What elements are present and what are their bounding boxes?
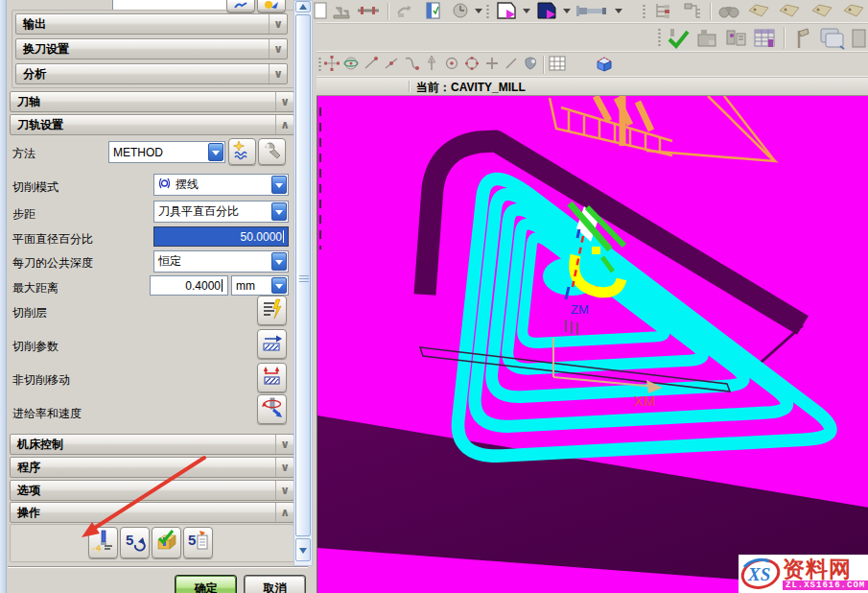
quadrant-point-icon[interactable] bbox=[462, 53, 481, 74]
edit-method-button[interactable] bbox=[258, 138, 286, 165]
transform-icon[interactable] bbox=[393, 0, 416, 21]
partial-icon[interactable] bbox=[850, 27, 867, 50]
scrollbar-thumb[interactable] bbox=[295, 14, 311, 536]
toolbar-grip[interactable] bbox=[318, 57, 321, 73]
end-point-icon[interactable] bbox=[362, 53, 381, 74]
center-point-icon[interactable] bbox=[442, 53, 461, 74]
max-distance-input[interactable]: 0.4000 bbox=[150, 275, 228, 296]
scroll-down-button[interactable] bbox=[295, 538, 311, 561]
replay-button[interactable]: 5 bbox=[120, 527, 150, 558]
curve-point-icon[interactable] bbox=[402, 53, 421, 74]
max-distance-unit-combo[interactable]: mm bbox=[231, 275, 289, 296]
dropdown-arrow-icon[interactable] bbox=[473, 0, 484, 21]
tag1-icon[interactable] bbox=[744, 0, 773, 21]
common-depth-combo[interactable]: 恒定 bbox=[153, 250, 289, 273]
section-output[interactable]: 输出 ∨ bbox=[15, 13, 288, 35]
clock-icon[interactable] bbox=[449, 0, 472, 21]
chevron-down-icon[interactable] bbox=[271, 176, 287, 194]
tag4-icon[interactable] bbox=[839, 0, 868, 21]
machine-tool-icon[interactable] bbox=[330, 0, 353, 21]
dropdown-arrow-icon[interactable] bbox=[614, 0, 623, 21]
cut-levels-button[interactable] bbox=[257, 296, 287, 325]
layered-windows-icon[interactable] bbox=[818, 27, 847, 50]
cancel-button[interactable]: 取消 bbox=[245, 576, 305, 593]
tool-rail-icon[interactable] bbox=[357, 0, 380, 21]
section-options[interactable]: 选项 ∨ bbox=[10, 480, 294, 501]
chevron-up-icon[interactable]: ∧ bbox=[275, 115, 293, 134]
section-actions[interactable]: 操作 ∧ bbox=[10, 502, 294, 523]
section-program[interactable]: 程序 ∨ bbox=[10, 457, 294, 478]
section-label: 机床控制 bbox=[11, 437, 275, 453]
cart-icon[interactable] bbox=[723, 27, 750, 50]
chevron-down-icon[interactable]: ∨ bbox=[275, 481, 293, 500]
chevron-down-icon[interactable] bbox=[271, 252, 287, 271]
grid-icon[interactable] bbox=[547, 53, 568, 74]
plus-point-icon[interactable] bbox=[482, 53, 502, 74]
method-value: METHOD bbox=[109, 146, 163, 159]
line-point-icon[interactable] bbox=[502, 53, 521, 74]
chevron-down-icon[interactable] bbox=[208, 143, 223, 161]
verify-icon bbox=[154, 529, 178, 557]
binoculars-icon[interactable] bbox=[716, 0, 742, 21]
table-icon[interactable] bbox=[752, 27, 779, 50]
flat-diameter-input[interactable]: 50.0000 bbox=[153, 226, 289, 247]
point-set-icon[interactable] bbox=[322, 53, 341, 74]
list-button[interactable]: 5 bbox=[183, 527, 213, 558]
toolbar-grip[interactable] bbox=[643, 4, 645, 19]
watermark-logo-icon: XS bbox=[740, 555, 781, 593]
non-cutting-moves-icon bbox=[261, 365, 284, 391]
section-machine-control[interactable]: 机床控制 ∨ bbox=[10, 434, 294, 455]
non-cutting-button[interactable] bbox=[257, 363, 287, 392]
section-label: 操作 bbox=[11, 505, 275, 521]
approve-check-icon[interactable] bbox=[666, 27, 692, 50]
hierarchy-icon[interactable] bbox=[650, 0, 673, 21]
chevron-down-icon[interactable]: ∨ bbox=[269, 39, 287, 59]
trochoidal-icon bbox=[157, 177, 172, 193]
face-point-icon[interactable] bbox=[521, 53, 540, 74]
new-method-button[interactable] bbox=[228, 138, 256, 165]
verify-button[interactable] bbox=[152, 527, 181, 558]
chevron-up-icon[interactable]: ∧ bbox=[275, 503, 293, 522]
chevron-down-icon[interactable]: ∨ bbox=[275, 458, 293, 477]
section-path-settings[interactable]: 刀轨设置 ∧ bbox=[10, 114, 294, 135]
tag2-icon[interactable] bbox=[775, 0, 804, 21]
section-tool-axis[interactable]: 刀轴 ∨ bbox=[10, 91, 294, 112]
toolbar-grip[interactable] bbox=[486, 4, 489, 19]
generate-button[interactable] bbox=[88, 527, 118, 558]
svg-text:5: 5 bbox=[188, 532, 196, 548]
stepover-combo[interactable]: 刀具平直百分比 bbox=[153, 201, 289, 223]
chevron-down-icon[interactable]: ∨ bbox=[275, 92, 293, 111]
chevron-down-icon[interactable] bbox=[271, 277, 287, 294]
cut-pattern-combo[interactable]: 摆线 bbox=[153, 174, 289, 196]
show-toolpath-icon[interactable] bbox=[493, 0, 522, 21]
ok-button[interactable]: 确定 bbox=[176, 576, 236, 593]
method-combo[interactable]: METHOD bbox=[108, 141, 225, 163]
section-analysis[interactable]: 分析 ∨ bbox=[15, 63, 288, 84]
watermark-site: 资料网 bbox=[783, 558, 868, 581]
current-operation-status: 当前：CAVITY_MILL bbox=[416, 80, 526, 96]
dropdown-arrow-icon[interactable] bbox=[562, 0, 572, 21]
chevron-down-icon[interactable]: ∨ bbox=[275, 435, 293, 454]
chevron-down-icon[interactable] bbox=[271, 202, 287, 221]
dropdown-arrow-icon[interactable] bbox=[522, 0, 531, 21]
cutting-params-button[interactable] bbox=[257, 329, 287, 359]
tag3-icon[interactable] bbox=[808, 0, 836, 21]
mill-tool-icon[interactable] bbox=[574, 0, 612, 21]
vector-point-icon[interactable] bbox=[422, 53, 441, 74]
operation-info-icon[interactable] bbox=[422, 0, 445, 21]
chevron-down-icon[interactable]: ∨ bbox=[269, 64, 287, 83]
section-tool-change[interactable]: 换刀设置 ∨ bbox=[15, 38, 288, 59]
dialog-scrollbar[interactable] bbox=[293, 0, 313, 566]
toolbar-grip[interactable] bbox=[658, 28, 661, 48]
cube-icon[interactable] bbox=[593, 53, 616, 74]
document-icon[interactable] bbox=[309, 0, 332, 21]
lamp-icon[interactable] bbox=[789, 27, 814, 50]
mid-point-icon[interactable] bbox=[382, 53, 401, 74]
chevron-down-icon[interactable]: ∨ bbox=[269, 14, 287, 34]
hierarchy2-icon[interactable] bbox=[681, 0, 704, 21]
feeds-speeds-button[interactable] bbox=[257, 394, 287, 424]
replay-toolpath-icon[interactable] bbox=[533, 0, 562, 21]
workpiece-icon[interactable] bbox=[694, 27, 721, 50]
rotate-point-icon[interactable] bbox=[341, 53, 361, 74]
graphics-viewport[interactable]: ZM XM bbox=[317, 96, 868, 593]
